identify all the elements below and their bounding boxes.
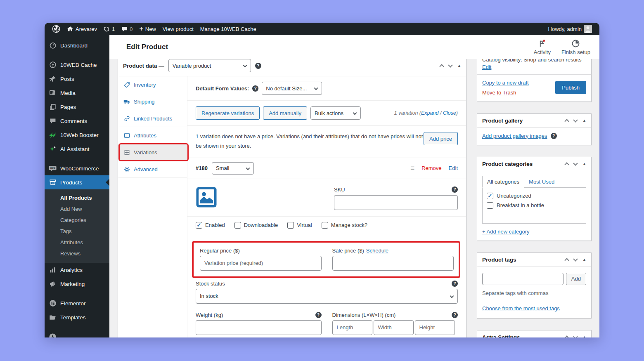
height-input[interactable] [415,320,455,335]
products-submenu: All Products Add New Categories Tags Att… [45,189,109,263]
regenerate-variations-button[interactable]: Regenerate variations [196,106,260,120]
finish-setup-button[interactable]: Finish setup [561,39,590,55]
site-menu-item[interactable]: Arevarev [64,23,100,35]
move-up-icon[interactable] [564,162,569,167]
submenu-add-new[interactable]: Add New [45,203,109,215]
sidebar-item-products[interactable]: Products [45,175,109,189]
sidebar-item-10web-cache[interactable]: 10WEB Cache [45,58,109,72]
sku-help-icon[interactable]: ? [452,186,458,193]
sidebar-item-comments[interactable]: Comments [45,114,109,128]
expand-link[interactable]: Expand [421,110,438,116]
sidebar-item-astra-partial[interactable] [45,330,109,337]
choose-most-used-tags-link[interactable]: Choose from the most used tags [482,305,560,311]
downloadable-checkbox[interactable]: ✓ Downloadable [234,222,278,229]
manage-cache-menu-item[interactable]: Manage 10WEB Cache [197,23,260,35]
category-breakfast-in-a-bottle[interactable]: ✓ Breakfast in a bottle [487,201,582,210]
tab-inventory[interactable]: Inventory [118,76,187,93]
new-tag-input[interactable] [482,273,564,285]
comments-menu-item[interactable]: 0 [118,23,136,35]
sidebar-item-analytics[interactable]: Analytics [45,263,109,277]
drag-handle-icon[interactable]: ≡ [410,164,414,172]
product-type-select[interactable]: Variable product [168,59,251,72]
sale-price-input[interactable] [332,256,454,271]
move-up-icon[interactable] [564,258,569,262]
add-price-button[interactable]: Add price [424,132,458,145]
edit-variation-link[interactable]: Edit [449,165,458,171]
weight-input[interactable] [196,320,322,335]
submenu-categories[interactable]: Categories [45,215,109,226]
submenu-reviews[interactable]: Reviews [45,248,109,259]
sidebar-item-elementor[interactable]: Elementor [45,296,109,310]
schedule-link[interactable]: Schedule [366,248,388,254]
add-manually-button[interactable]: Add manually [263,106,307,120]
gallery-help-icon[interactable]: ? [551,133,557,139]
tab-advanced[interactable]: Advanced [118,161,187,178]
wordpress-logo-icon[interactable] [49,23,64,35]
move-down-icon[interactable] [573,334,578,337]
tab-attributes[interactable]: Attributes [118,127,187,144]
manage-stock-checkbox[interactable]: ✓ Manage stock? [322,222,367,229]
submenu-all-products[interactable]: All Products [45,192,109,203]
variation-attribute-select[interactable]: Small [212,162,254,175]
bulk-actions-select[interactable]: Bulk actions [310,106,361,120]
publish-button[interactable]: Publish [555,81,586,94]
toggle-panel-icon[interactable]: ▲ [457,64,461,68]
copy-to-draft-link[interactable]: Copy to a new draft [482,80,529,86]
remove-variation-link[interactable]: Remove [421,165,441,171]
virtual-checkbox[interactable]: ✓ Virtual [287,222,312,229]
new-menu-item[interactable]: + New [136,23,159,35]
stock-status-select[interactable]: In stock [196,289,458,304]
move-to-trash-link[interactable]: Move to Trash [482,90,529,96]
sidebar-item-posts[interactable]: Posts [45,72,109,86]
add-tag-button[interactable]: Add [566,273,586,285]
add-gallery-images-link[interactable]: Add product gallery images [482,133,547,139]
move-up-icon[interactable] [564,119,569,123]
move-down-icon[interactable] [573,161,578,165]
sidebar-item-ai-assistant[interactable]: AI Assistant [45,142,109,156]
move-up-icon[interactable] [564,335,569,337]
move-up-icon[interactable] [439,64,444,68]
dimensions-help-icon[interactable]: ? [452,312,458,318]
sidebar-item-woocommerce[interactable]: WOO WooCommerce [45,161,109,175]
toggle-panel-icon[interactable]: ▲ [582,258,586,262]
activity-button[interactable]: Activity [534,39,551,55]
tab-shipping[interactable]: Shipping [118,93,187,110]
sidebar-item-templates[interactable]: Templates [45,310,109,324]
product-type-help-icon[interactable]: ? [255,63,261,69]
add-new-category-link[interactable]: + Add new category [482,229,530,235]
tab-most-used[interactable]: Most Used [524,176,559,187]
sidebar-item-media[interactable]: Media [45,86,109,100]
variation-image-placeholder[interactable] [196,186,217,208]
move-down-icon[interactable] [573,257,578,261]
width-input[interactable] [374,320,414,335]
submenu-tags[interactable]: Tags [45,226,109,237]
move-down-icon[interactable] [448,63,452,67]
account-menu-item[interactable]: Howdy, admin [545,23,595,35]
view-product-menu-item[interactable]: View product [159,23,197,35]
default-form-values-select[interactable]: No default Size... [262,82,322,95]
toggle-panel-icon[interactable]: ▲ [582,162,586,166]
sidebar-item-10web-booster[interactable]: 10Web Booster [45,128,109,142]
toggle-panel-icon[interactable]: ▲ [582,335,586,338]
sku-input[interactable] [334,195,458,210]
enabled-checkbox[interactable]: ✓ Enabled [196,222,225,229]
weight-help-icon[interactable]: ? [315,312,322,318]
sidebar-item-dashboard[interactable]: Dashboard [45,38,109,52]
sidebar-item-pages[interactable]: Pages [45,100,109,114]
tab-variations[interactable]: Variations [118,144,187,161]
submenu-attributes[interactable]: Attributes [45,237,109,248]
toggle-panel-icon[interactable]: ▲ [582,119,586,123]
stock-status-help-icon[interactable]: ? [452,281,458,287]
move-down-icon[interactable] [573,118,578,122]
tab-linked-products[interactable]: Linked Products [118,110,187,127]
tab-all-categories[interactable]: All categories [482,176,524,188]
category-uncategorized[interactable]: ✓ Uncategorized [487,191,582,201]
sidebar-item-marketing[interactable]: Marketing [45,277,109,291]
updates-menu-item[interactable]: 1 [100,23,118,35]
truck-icon [123,98,130,105]
catalog-visibility-edit-link[interactable]: Edit [482,64,491,70]
close-link[interactable]: Close [443,110,456,116]
default-form-values-help-icon[interactable]: ? [252,85,258,92]
length-input[interactable] [332,320,372,335]
regular-price-input[interactable] [200,256,322,271]
